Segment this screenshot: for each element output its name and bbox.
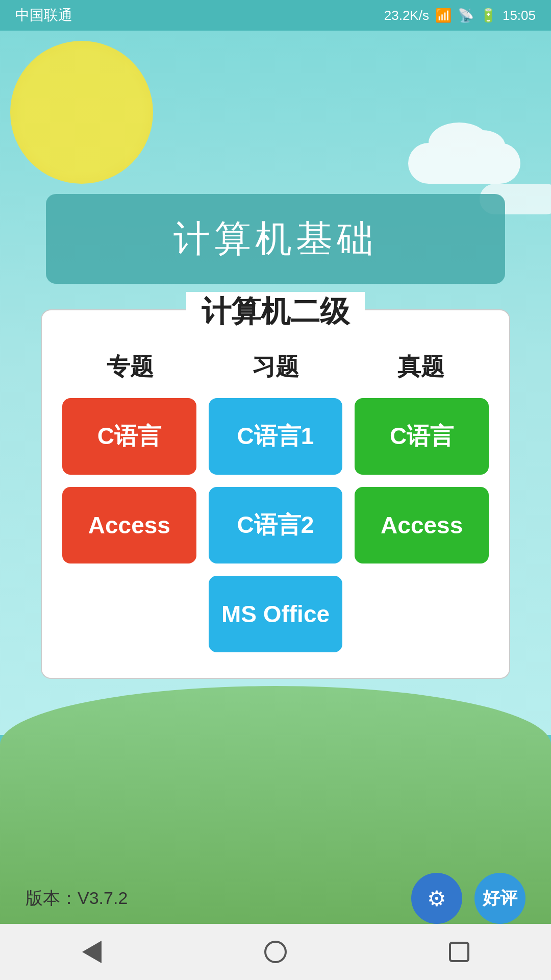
- nav-bar: [0, 924, 551, 980]
- main-content: 计算机基础 计算机二级 专题 习题 真题 C语言 C语言1 C语言 Access…: [0, 31, 551, 679]
- gear-icon: ⚙: [427, 886, 446, 911]
- button-row-1: C语言 C语言1 C语言: [62, 398, 489, 475]
- col-header-2: 习题: [208, 346, 343, 388]
- signal-icon: 📡: [458, 8, 474, 23]
- empty-cell-1: [62, 576, 196, 652]
- home-icon: [264, 941, 287, 963]
- button-row-3: MS Office: [62, 576, 489, 652]
- title-banner-text: 计算机基础: [173, 218, 378, 259]
- back-icon: [82, 941, 102, 963]
- btn-c-lang2-exercise[interactable]: C语言2: [209, 487, 343, 564]
- review-button[interactable]: 好评: [474, 873, 525, 924]
- btn-msoffice-exercise[interactable]: MS Office: [209, 576, 343, 652]
- button-row-2: Access C语言2 Access: [62, 487, 489, 564]
- settings-button[interactable]: ⚙: [411, 873, 462, 924]
- time-label: 15:05: [503, 8, 536, 23]
- bottom-buttons: ⚙ 好评: [411, 873, 525, 924]
- back-button[interactable]: [71, 932, 112, 972]
- btn-c-lang-special[interactable]: C语言: [62, 398, 196, 475]
- recent-button[interactable]: [439, 932, 480, 972]
- carrier-label: 中国联通: [15, 6, 72, 25]
- status-bar: 中国联通 23.2K/s 📶 📡 🔋 15:05: [0, 0, 551, 31]
- recent-icon: [449, 942, 469, 962]
- card-container: 计算机二级 专题 习题 真题 C语言 C语言1 C语言 Access C语言2 …: [41, 309, 510, 679]
- card-title: 计算机二级: [202, 295, 349, 328]
- btn-c-lang-real[interactable]: C语言: [355, 398, 489, 475]
- version-label: 版本：V3.7.2: [26, 887, 128, 910]
- card-title-wrapper: 计算机二级: [186, 292, 365, 332]
- btn-c-lang1-exercise[interactable]: C语言1: [209, 398, 343, 475]
- empty-cell-2: [355, 576, 489, 652]
- status-right: 23.2K/s 📶 📡 🔋 15:05: [384, 8, 536, 23]
- col-header-3: 真题: [354, 346, 489, 388]
- title-banner: 计算机基础: [46, 194, 505, 284]
- wifi-icon: 📶: [435, 8, 452, 23]
- speed-label: 23.2K/s: [384, 8, 429, 23]
- btn-access-real[interactable]: Access: [355, 487, 489, 564]
- col-header-1: 专题: [62, 346, 197, 388]
- home-button[interactable]: [255, 932, 296, 972]
- btn-access-special[interactable]: Access: [62, 487, 196, 564]
- bottom-bar: 版本：V3.7.2 ⚙ 好评: [0, 873, 551, 924]
- grid-header: 专题 习题 真题: [62, 346, 489, 388]
- battery-icon: 🔋: [480, 8, 496, 23]
